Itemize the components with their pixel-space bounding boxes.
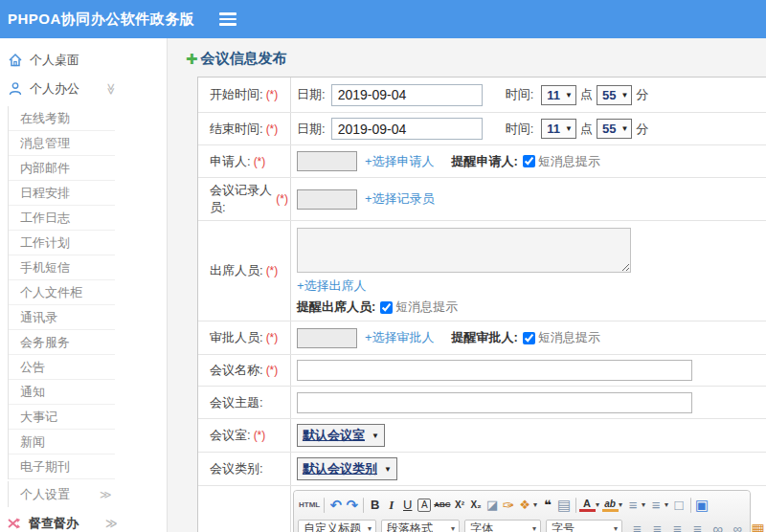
sidebar: 个人桌面 个人办公 ≫ 在线考勤消息管理内部邮件日程安排工作日志工作计划手机短信…: [0, 38, 168, 532]
caret-down-icon[interactable]: ▾: [640, 496, 648, 515]
sidebar-office-item[interactable]: 新闻: [9, 430, 115, 454]
caret-down-icon: ▾: [614, 524, 618, 532]
sidebar-office-item[interactable]: 消息管理: [9, 131, 115, 156]
page-title: ✚ 会议信息发布: [186, 50, 766, 68]
unlink-icon[interactable]: ∞: [730, 520, 746, 532]
shuffle-icon: [8, 517, 22, 530]
start-hour-select[interactable]: 11▼: [541, 85, 576, 105]
meeting-room-select[interactable]: 默认会议室▼: [297, 424, 385, 447]
align-center-icon[interactable]: ≡: [649, 520, 665, 532]
sidebar-office-item[interactable]: 手机短信: [9, 255, 115, 280]
required-mark: (*): [254, 155, 266, 168]
chevron-right-icon: ≫: [100, 481, 112, 507]
page-title-text: 会议信息发布: [201, 50, 287, 68]
form-row-attendees: 出席人员:(*) +选择出席人 提醒出席人员: 短消息提示: [198, 221, 766, 321]
sidebar-item-label: 个人办公: [30, 80, 79, 98]
meeting-subject-input[interactable]: [297, 392, 692, 413]
caret-down-icon: ▾: [532, 524, 536, 532]
toolbar-separator: [363, 498, 364, 513]
chevron-right-icon: ≫: [105, 517, 118, 530]
subscript-icon[interactable]: X₂: [468, 496, 484, 515]
menu-toggle-button[interactable]: [219, 12, 237, 26]
field-label: 会议室:: [210, 427, 251, 444]
sidebar-item-personal-settings[interactable]: 个人设置 ≫: [9, 481, 115, 507]
bold-icon[interactable]: B: [367, 496, 383, 515]
start-date-input[interactable]: [331, 84, 483, 106]
rich-text-editor: HTML↶↷BIUAABCX²X₂◪✑❖▾❝▤A▾ab▾≡▾≡▾□▣ 自定义标题…: [293, 490, 751, 532]
fullscreen-icon[interactable]: ▣: [694, 496, 710, 515]
attendees-sms-checkbox[interactable]: [380, 301, 393, 314]
sidebar-office-submenu: 在线考勤消息管理内部邮件日程安排工作日志工作计划手机短信个人文件柜通讯录会务服务…: [8, 106, 115, 479]
html-source-button[interactable]: HTML: [298, 496, 321, 515]
image-icon[interactable]: ▦: [750, 520, 766, 532]
paragraph-format-select[interactable]: 段落格式▾: [381, 520, 460, 532]
select-applicant-link[interactable]: +选择申请人: [365, 153, 435, 170]
date-label: 日期:: [297, 86, 326, 103]
end-hour-select[interactable]: 11▼: [541, 119, 576, 139]
align-left-icon[interactable]: ≡: [629, 520, 645, 532]
new-page-icon[interactable]: □: [671, 496, 687, 515]
recorder-input[interactable]: [297, 189, 357, 210]
sidebar-office-item[interactable]: 日程安排: [9, 181, 115, 206]
superscript-icon[interactable]: X²: [452, 496, 468, 515]
sidebar-office-item[interactable]: 个人文件柜: [9, 280, 115, 305]
field-label: 开始时间:: [210, 86, 263, 103]
required-mark: (*): [266, 264, 279, 277]
sidebar-item-personal-desktop[interactable]: 个人桌面: [0, 46, 167, 75]
clean-format-brush-icon[interactable]: ✑: [501, 496, 517, 515]
select-attendees-link[interactable]: +选择出席人: [297, 278, 367, 293]
caret-down-icon[interactable]: ▾: [617, 496, 625, 515]
required-mark: (*): [266, 88, 279, 101]
approver-input[interactable]: [297, 328, 357, 348]
font-family-select[interactable]: 字体▾: [464, 520, 541, 532]
caret-down-icon: ▼: [565, 124, 573, 133]
caret-down-icon[interactable]: ▾: [663, 496, 671, 515]
redo-icon[interactable]: ↷: [344, 496, 360, 515]
caret-down-icon[interactable]: ▾: [594, 496, 602, 515]
time-label: 时间:: [506, 86, 534, 103]
sidebar-office-item[interactable]: 会务服务: [9, 330, 115, 355]
blockquote-icon[interactable]: ❝: [540, 496, 556, 515]
sidebar-office-item[interactable]: 公告: [9, 355, 115, 380]
align-right-icon[interactable]: ≡: [669, 520, 686, 532]
underline-icon[interactable]: U: [399, 496, 416, 515]
applicant-sms-checkbox[interactable]: [523, 155, 535, 167]
meeting-category-select[interactable]: 默认会议类别▼: [297, 457, 397, 480]
toolbar-separator: [575, 498, 576, 513]
start-minute-select[interactable]: 55▼: [597, 85, 632, 105]
font-border-icon[interactable]: A: [417, 499, 431, 512]
caret-down-icon[interactable]: ▾: [531, 496, 540, 515]
applicant-input[interactable]: [297, 151, 357, 171]
select-approver-link[interactable]: +选择审批人: [365, 329, 435, 346]
sidebar-office-item[interactable]: 在线考勤: [9, 106, 115, 131]
sidebar-office-item[interactable]: 通讯录: [9, 305, 115, 330]
main-content: ✚ 会议信息发布 开始时间:(*) 日期: 时间: 11▼ 点 55▼ 分 结束…: [169, 38, 766, 532]
form-row-content-editor: HTML↶↷BIUAABCX²X₂◪✑❖▾❝▤A▾ab▾≡▾≡▾□▣ 自定义标题…: [198, 486, 766, 532]
undo-icon[interactable]: ↶: [327, 496, 344, 515]
sidebar-item-supervision[interactable]: 督查督办 ≫: [0, 509, 167, 532]
select-recorder-link[interactable]: +选择记录员: [365, 190, 435, 208]
paste-icon[interactable]: ▤: [556, 496, 573, 515]
end-date-input[interactable]: [331, 118, 483, 140]
meeting-name-input[interactable]: [297, 360, 692, 381]
sidebar-office-item[interactable]: 电子期刊: [9, 454, 115, 479]
sidebar-office-item[interactable]: 大事记: [9, 405, 115, 430]
link-icon[interactable]: ∞: [710, 520, 726, 532]
add-icon: ✚: [186, 51, 198, 68]
sms-hint-label: 短消息提示: [538, 153, 600, 170]
approver-sms-checkbox[interactable]: [523, 332, 535, 344]
app-title: PHPOA协同办公软件政务版: [0, 11, 194, 29]
sidebar-office-item[interactable]: 通知: [9, 380, 115, 405]
align-justify-icon[interactable]: ≡: [689, 520, 706, 532]
sidebar-office-item[interactable]: 工作计划: [9, 231, 115, 255]
italic-icon[interactable]: I: [383, 496, 399, 515]
sidebar-item-personal-office[interactable]: 个人办公 ≫: [0, 75, 167, 103]
end-minute-select[interactable]: 55▼: [597, 119, 632, 139]
eraser-icon[interactable]: ◪: [484, 496, 501, 515]
sidebar-office-item[interactable]: 工作日志: [9, 206, 115, 231]
strikethrough-icon[interactable]: ABC: [433, 496, 451, 515]
attendees-textarea[interactable]: [297, 228, 631, 273]
font-size-select[interactable]: 字号▾: [546, 520, 622, 532]
heading-style-select[interactable]: 自定义标题▾: [298, 520, 376, 532]
sidebar-office-item[interactable]: 内部邮件: [9, 156, 115, 181]
